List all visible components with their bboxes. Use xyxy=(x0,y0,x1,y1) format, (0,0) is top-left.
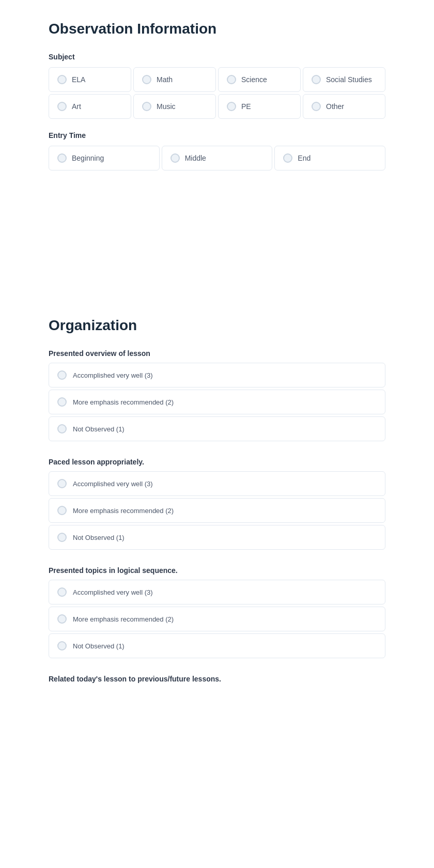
subject-social-studies[interactable]: Social Studies xyxy=(303,67,385,92)
entry-middle-label: Middle xyxy=(185,154,206,162)
paced-option-1[interactable]: Not Observed (1) xyxy=(49,525,385,550)
subject-science-label: Science xyxy=(241,75,267,84)
paced-label-3: Accomplished very well (3) xyxy=(73,480,153,488)
overview-label-2: More emphasis recommended (2) xyxy=(73,398,174,406)
entry-beginning-label: Beginning xyxy=(72,154,104,162)
subject-music-label: Music xyxy=(157,102,176,111)
logical-option-2[interactable]: More emphasis recommended (2) xyxy=(49,607,385,631)
subject-other-label: Other xyxy=(326,102,344,111)
radio-other xyxy=(312,102,321,111)
subject-other[interactable]: Other xyxy=(303,94,385,119)
question-related-label: Related today's lesson to previous/futur… xyxy=(49,675,385,683)
question-logical-label: Presented topics in logical sequence. xyxy=(49,566,385,575)
paced-option-2[interactable]: More emphasis recommended (2) xyxy=(49,498,385,523)
overview-label-3: Accomplished very well (3) xyxy=(73,371,153,379)
logical-label-1: Not Observed (1) xyxy=(73,642,125,650)
subject-ela[interactable]: ELA xyxy=(49,67,131,92)
paced-option-3[interactable]: Accomplished very well (3) xyxy=(49,471,385,496)
page-title: Observation Information xyxy=(49,21,385,37)
question-overview-label: Presented overview of lesson xyxy=(49,349,385,358)
radio-social-studies xyxy=(312,75,321,84)
radio-logical-1 xyxy=(57,641,67,650)
radio-pe xyxy=(227,102,236,111)
question-logical-options: Accomplished very well (3) More emphasis… xyxy=(49,580,385,658)
logical-label-3: Accomplished very well (3) xyxy=(73,588,153,596)
radio-end xyxy=(283,153,292,163)
radio-beginning xyxy=(57,153,67,163)
radio-middle xyxy=(171,153,180,163)
entry-middle[interactable]: Middle xyxy=(162,146,273,171)
logical-option-3[interactable]: Accomplished very well (3) xyxy=(49,580,385,605)
radio-paced-1 xyxy=(57,533,67,542)
radio-science xyxy=(227,75,236,84)
subject-math-label: Math xyxy=(157,75,173,84)
subject-social-studies-label: Social Studies xyxy=(326,75,372,84)
radio-overview-3 xyxy=(57,370,67,380)
overview-option-1[interactable]: Not Observed (1) xyxy=(49,416,385,441)
radio-paced-3 xyxy=(57,479,67,488)
subject-art[interactable]: Art xyxy=(49,94,131,119)
paced-label-2: More emphasis recommended (2) xyxy=(73,507,174,515)
radio-paced-2 xyxy=(57,506,67,515)
paced-label-1: Not Observed (1) xyxy=(73,534,125,541)
organization-section: Organization Presented overview of lesso… xyxy=(49,317,385,683)
logical-option-1[interactable]: Not Observed (1) xyxy=(49,633,385,658)
subject-art-label: Art xyxy=(72,102,81,111)
radio-ela xyxy=(57,75,67,84)
entry-end-label: End xyxy=(298,154,311,162)
entry-end[interactable]: End xyxy=(274,146,385,171)
question-paced-label: Paced lesson appropriately. xyxy=(49,458,385,466)
organization-title: Organization xyxy=(49,317,385,334)
question-paced: Paced lesson appropriately. Accomplished… xyxy=(49,458,385,550)
radio-logical-3 xyxy=(57,587,67,597)
question-paced-options: Accomplished very well (3) More emphasis… xyxy=(49,471,385,550)
overview-option-2[interactable]: More emphasis recommended (2) xyxy=(49,390,385,414)
radio-logical-2 xyxy=(57,614,67,624)
subject-label: Subject xyxy=(49,53,385,61)
entry-time-label: Entry Time xyxy=(49,131,385,140)
radio-music xyxy=(142,102,151,111)
section-gap xyxy=(49,183,385,286)
logical-label-2: More emphasis recommended (2) xyxy=(73,615,174,623)
entry-time-options: Beginning Middle End xyxy=(49,146,385,171)
radio-overview-1 xyxy=(57,424,67,433)
overview-option-3[interactable]: Accomplished very well (3) xyxy=(49,363,385,388)
subject-science[interactable]: Science xyxy=(218,67,301,92)
question-related: Related today's lesson to previous/futur… xyxy=(49,675,385,683)
radio-overview-2 xyxy=(57,397,67,407)
subject-options: ELA Math Science Social Studies Art xyxy=(49,67,385,119)
subject-math[interactable]: Math xyxy=(133,67,216,92)
subject-ela-label: ELA xyxy=(72,75,85,84)
subject-pe-label: PE xyxy=(241,102,251,111)
question-logical: Presented topics in logical sequence. Ac… xyxy=(49,566,385,658)
subject-music[interactable]: Music xyxy=(133,94,216,119)
question-overview-options: Accomplished very well (3) More emphasis… xyxy=(49,363,385,441)
question-overview: Presented overview of lesson Accomplishe… xyxy=(49,349,385,441)
subject-pe[interactable]: PE xyxy=(218,94,301,119)
overview-label-1: Not Observed (1) xyxy=(73,425,125,433)
entry-beginning[interactable]: Beginning xyxy=(49,146,160,171)
radio-art xyxy=(57,102,67,111)
radio-math xyxy=(142,75,151,84)
